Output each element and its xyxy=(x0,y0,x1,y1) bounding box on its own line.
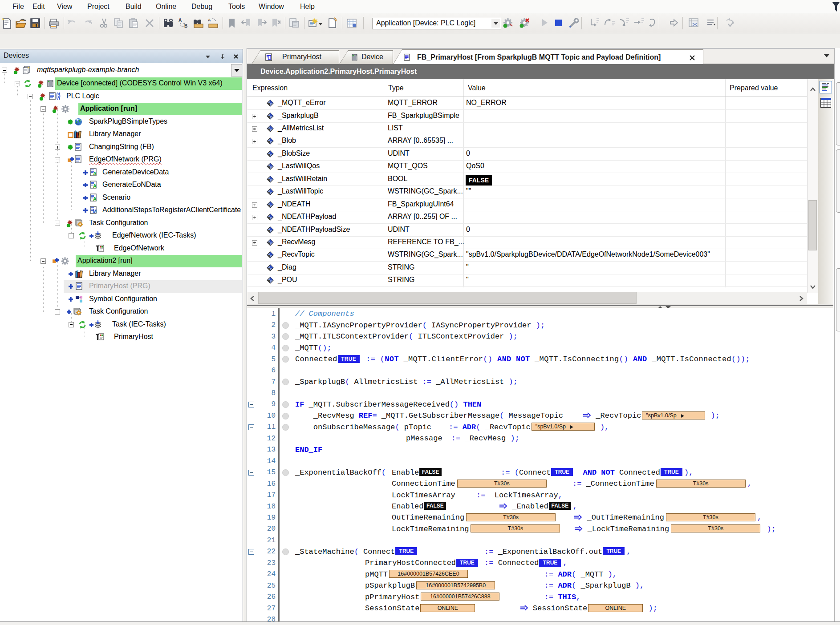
svg-text:A: A xyxy=(208,18,211,22)
svg-text:B: B xyxy=(184,24,187,28)
svg-text:A: A xyxy=(179,18,182,23)
